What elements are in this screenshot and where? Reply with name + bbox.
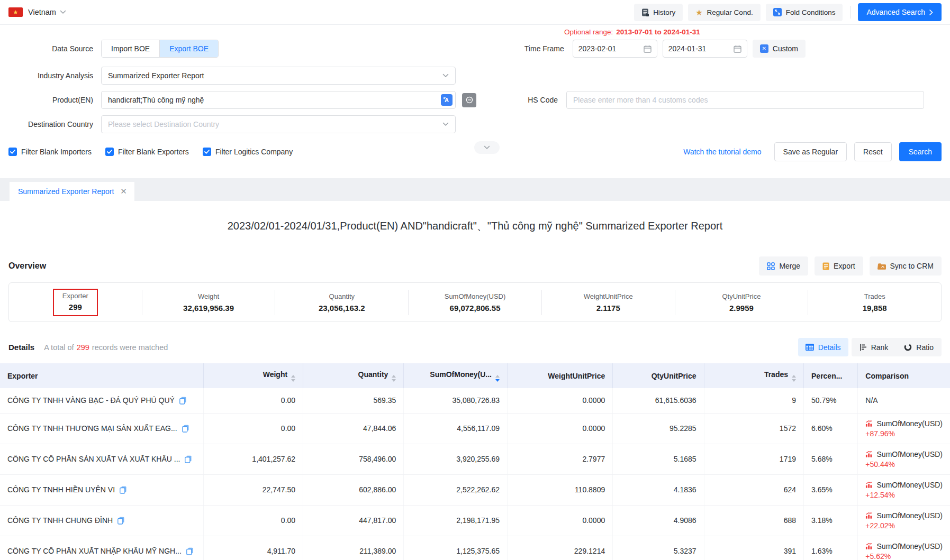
stat-sum-of-money: SumOfMoney(USD) 69,072,806.55 — [409, 290, 542, 315]
hs-code-label: HS Code — [510, 96, 558, 104]
overview-heading: Overview — [8, 261, 46, 271]
copy-icon[interactable] — [179, 397, 186, 405]
comparison-cell: SumOfMoney(USD) +50.44% — [858, 444, 950, 474]
qty-unit-price-value: 4.1836 — [613, 474, 704, 505]
industry-analysis-value: Summarized Exporter Report — [108, 71, 204, 80]
view-rank-button[interactable]: Rank — [852, 338, 897, 356]
col-sum-of-money[interactable]: SumOfMoney(U... — [404, 363, 508, 388]
table-header-row: Exporter Weight Quantity SumOfMoney(U...… — [0, 363, 950, 388]
search-button[interactable]: Search — [899, 142, 942, 161]
reset-button[interactable]: Reset — [854, 142, 892, 161]
table-row[interactable]: CÔNG TY CỔ PHẦN XUẤT NHẬP KHẨU MỸ NGH...… — [0, 536, 950, 560]
trend-up-icon — [865, 543, 873, 549]
country-selector-label[interactable]: Vietnam — [28, 8, 56, 16]
trades-value: 1572 — [704, 413, 803, 444]
col-trades[interactable]: Trades — [704, 363, 803, 388]
tab-summarized-exporter-report[interactable]: Summarized Exporter Report ✕ — [10, 182, 134, 201]
destination-country-select[interactable]: Please select Destination Country — [101, 115, 456, 133]
sync-to-crm-button[interactable]: Sync to CRM — [870, 256, 942, 276]
sort-icon[interactable] — [392, 375, 396, 382]
fold-conditions-icon — [773, 8, 782, 16]
filter-blank-importers-checkbox[interactable]: Filter Blank Importers — [8, 148, 92, 156]
col-quantity[interactable]: Quantity — [303, 363, 404, 388]
overview-stats-card: Exporter 299 Weight 32,619,956.39 Quanti… — [8, 282, 942, 322]
star-icon: ★ — [695, 8, 702, 16]
view-ratio-label: Ratio — [916, 343, 934, 352]
comparison-change: +22.02% — [865, 521, 943, 530]
advanced-search-button[interactable]: Advanced Search — [858, 3, 942, 21]
filter-logitics-company-checkbox[interactable]: Filter Logitics Company — [203, 148, 293, 156]
records-matched-text: A total of299records were matched — [44, 343, 168, 352]
comparison-metric: SumOfMoney(USD) — [877, 450, 943, 458]
sum-of-money-value: 3,920,255.69 — [404, 444, 508, 474]
table-row[interactable]: CÔNG TY TNHH CHUNG ĐỈNH 0.00 447,817.00 … — [0, 505, 950, 536]
history-button[interactable]: History — [634, 4, 683, 21]
quantity-value: 758,496.00 — [303, 444, 404, 474]
table-row[interactable]: CÔNG TY TNHH VÀNG BẠC - ĐÁ QUÝ PHÚ QUÝ 0… — [0, 388, 950, 413]
percent-value: 1.63% — [804, 536, 858, 560]
sync-to-crm-label: Sync to CRM — [890, 262, 934, 270]
sum-of-money-value: 2,522,262.62 — [404, 474, 508, 505]
copy-icon[interactable] — [117, 517, 124, 525]
sort-icon[interactable] — [792, 375, 796, 382]
optional-range-text: Optional range:2013-07-01 to 2024-01-31 — [564, 28, 700, 36]
end-date-input[interactable]: 2024-01-31 — [663, 40, 747, 58]
table-row[interactable]: CÔNG TY CỔ PHẦN SẢN XUẤT VÀ XUẤT KHẨU ..… — [0, 444, 950, 474]
exporter-name[interactable]: CÔNG TY TNHH CHUNG ĐỈNH — [7, 516, 113, 525]
exporter-name[interactable]: CÔNG TY TNHH THƯƠNG MẠI SẢN XUẤT EAG... — [7, 424, 177, 433]
quantity-value: 569.35 — [303, 388, 404, 413]
collapse-form-button[interactable] — [474, 141, 500, 154]
col-percent: Percen... — [804, 363, 858, 388]
weight-unit-price-value: 0.0000 — [508, 413, 613, 444]
comparison-metric: SumOfMoney(USD) — [877, 511, 943, 520]
view-ratio-button[interactable]: Ratio — [896, 338, 942, 356]
close-icon[interactable]: ✕ — [120, 187, 127, 196]
tab-label: Summarized Exporter Report — [18, 187, 114, 196]
start-date-input[interactable]: 2023-02-01 — [573, 40, 657, 58]
merge-button[interactable]: Merge — [759, 256, 808, 276]
total-count: 299 — [77, 343, 89, 352]
import-boe-option[interactable]: Import BOE — [102, 40, 160, 57]
exporter-name[interactable]: CÔNG TY TNHH HIỀN UYÊN VI — [7, 485, 115, 494]
chevron-down-icon[interactable] — [60, 10, 66, 14]
save-as-regular-button[interactable]: Save as Regular — [774, 142, 847, 161]
stat-label: WeightUnitPrice — [584, 292, 633, 300]
regular-cond-button[interactable]: ★ Regular Cond. — [688, 4, 761, 21]
exporter-name[interactable]: CÔNG TY CỔ PHẦN SẢN XUẤT VÀ XUẤT KHẨU ..… — [7, 455, 180, 463]
sort-icon-active-desc[interactable] — [495, 375, 500, 382]
exporter-name[interactable]: CÔNG TY CỔ PHẦN XUẤT NHẬP KHẨU MỸ NGH... — [7, 547, 182, 555]
view-details-button[interactable]: Details — [798, 338, 848, 356]
copy-icon[interactable] — [120, 486, 126, 494]
exclude-icon[interactable] — [462, 93, 476, 107]
stat-value: 32,619,956.39 — [183, 304, 234, 313]
custom-range-button[interactable]: ✕ Custom — [753, 40, 806, 58]
total-suffix: records were matched — [92, 343, 168, 352]
tutorial-demo-link[interactable]: Watch the tutorial demo — [683, 148, 761, 156]
hs-code-input[interactable] — [566, 91, 924, 109]
export-button[interactable]: Export — [815, 256, 863, 276]
table-row[interactable]: CÔNG TY TNHH HIỀN UYÊN VI 22,747.50 602,… — [0, 474, 950, 505]
history-icon — [641, 8, 649, 16]
stat-value: 19,858 — [863, 304, 887, 313]
comparison-change: +5.62% — [865, 552, 943, 560]
copy-icon[interactable] — [186, 547, 193, 555]
industry-analysis-select[interactable]: Summarized Exporter Report — [101, 67, 456, 85]
data-source-label: Data Source — [8, 44, 93, 53]
weight-value: 22,747.50 — [203, 474, 303, 505]
filter-blank-exporters-checkbox[interactable]: Filter Blank Exporters — [105, 148, 189, 156]
stat-label: Trades — [864, 292, 885, 300]
copy-icon[interactable] — [185, 455, 192, 463]
table-row[interactable]: CÔNG TY TNHH THƯƠNG MẠI SẢN XUẤT EAG... … — [0, 413, 950, 444]
fold-conditions-button[interactable]: Fold Conditions — [766, 4, 843, 21]
exporter-name[interactable]: CÔNG TY TNHH VÀNG BẠC - ĐÁ QUÝ PHÚ QUÝ — [7, 396, 175, 405]
chevron-down-icon — [442, 74, 449, 78]
translate-icon[interactable]: A — [441, 94, 453, 106]
copy-icon[interactable] — [182, 425, 189, 433]
end-date-value: 2024-01-31 — [668, 44, 707, 53]
fold-conditions-label: Fold Conditions — [786, 8, 836, 16]
stat-value: 2.1175 — [596, 304, 620, 313]
col-weight[interactable]: Weight — [203, 363, 303, 388]
export-boe-option[interactable]: Export BOE — [160, 40, 218, 57]
sort-icon[interactable] — [291, 375, 295, 382]
product-en-input[interactable] — [101, 91, 456, 109]
